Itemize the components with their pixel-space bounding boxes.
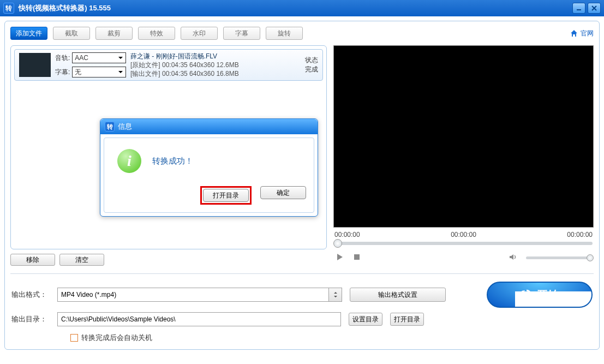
home-icon <box>570 29 578 38</box>
output-format-label: 输出格式： <box>11 290 50 300</box>
main-frame: 添加文件 截取 裁剪 特效 水印 字幕 旋转 官网 音轨: <box>4 21 600 350</box>
file-info: 薛之谦 - 刚刚好-国语流畅.FLV [原始文件] 00:04:35 640x3… <box>130 52 292 78</box>
time-end: 00:00:00 <box>567 231 593 238</box>
video-preview <box>333 45 594 228</box>
highlight-box: 打开目录 <box>200 186 252 205</box>
play-button[interactable] <box>336 253 344 263</box>
remove-button[interactable]: 移除 <box>10 254 55 266</box>
video-thumbnail <box>19 53 51 77</box>
rotate-button[interactable]: 旋转 <box>266 27 303 40</box>
format-dropdown-button[interactable] <box>329 288 342 302</box>
info-dialog: 转 信息 i 转换成功！ 打开目录 确定 <box>100 118 318 217</box>
dialog-title-text: 信息 <box>118 122 132 132</box>
window-title: 快转(视频格式转换器) 15.555 <box>19 3 111 13</box>
subtitle-track-select[interactable]: 无 <box>72 67 126 77</box>
watermark-button[interactable]: 水印 <box>181 27 218 40</box>
dialog-ok-button[interactable]: 确定 <box>260 186 306 199</box>
toolbar: 添加文件 截取 裁剪 特效 水印 字幕 旋转 官网 <box>8 25 596 45</box>
set-dir-button[interactable]: 设置目录 <box>349 313 382 326</box>
dialog-open-dir-button[interactable]: 打开目录 <box>203 189 249 202</box>
start-button[interactable]: 开始 <box>487 282 593 308</box>
output-format-settings-button[interactable]: 输出格式设置 <box>350 288 446 302</box>
info-icon: i <box>117 149 141 173</box>
effect-button[interactable]: 特效 <box>138 27 175 40</box>
svg-rect-3 <box>354 254 360 260</box>
audio-track-select[interactable]: AAC <box>72 52 126 63</box>
output-dir-label: 输出目录： <box>11 314 50 324</box>
output-dir-input[interactable] <box>57 312 341 326</box>
close-button[interactable] <box>588 3 601 14</box>
audio-track-label: 音轨: <box>55 53 70 63</box>
output-format-input[interactable] <box>57 288 329 302</box>
official-site-link[interactable]: 官网 <box>570 29 594 38</box>
add-file-button[interactable]: 添加文件 <box>10 27 47 40</box>
cut-button[interactable]: 截取 <box>53 27 90 40</box>
crop-button[interactable]: 裁剪 <box>95 27 133 40</box>
occlusion <box>515 291 593 307</box>
shutdown-checkbox[interactable] <box>70 334 78 342</box>
seek-thumb[interactable] <box>333 239 342 248</box>
time-mid: 00:00:00 <box>451 231 476 238</box>
audio-track-value: AAC <box>75 54 88 62</box>
subtitle-track-value: 无 <box>75 68 81 77</box>
stop-button[interactable] <box>353 253 361 262</box>
subtitle-track-label: 字幕: <box>55 68 70 77</box>
file-name: 薛之谦 - 刚刚好-国语流畅.FLV <box>130 52 292 61</box>
titlebar: 转 快转(视频格式转换器) 15.555 <box>0 0 604 16</box>
shutdown-label: 转换完成后会自动关机 <box>81 333 152 343</box>
time-start: 00:00:00 <box>334 231 360 238</box>
dialog-message: 转换成功！ <box>152 156 193 166</box>
volume-slider[interactable] <box>526 256 591 259</box>
dialog-icon: 转 <box>105 122 115 132</box>
chevron-down-icon <box>117 54 124 62</box>
open-dir-button[interactable]: 打开目录 <box>390 313 424 326</box>
app-icon: 转 <box>3 3 14 14</box>
subtitle-button[interactable]: 字幕 <box>223 27 260 40</box>
speaker-icon[interactable] <box>509 253 517 263</box>
divider <box>10 273 594 274</box>
file-status: 状态 完成 <box>296 56 318 74</box>
file-row[interactable]: 音轨: AAC 字幕: 无 <box>14 49 323 81</box>
seek-slider[interactable] <box>334 242 593 245</box>
official-site-label: 官网 <box>581 29 594 38</box>
volume-thumb[interactable] <box>587 254 594 261</box>
minimize-button[interactable] <box>572 3 585 14</box>
clear-button[interactable]: 清空 <box>59 254 104 266</box>
dialog-titlebar: 转 信息 <box>100 119 318 134</box>
chevron-down-icon <box>117 68 124 76</box>
